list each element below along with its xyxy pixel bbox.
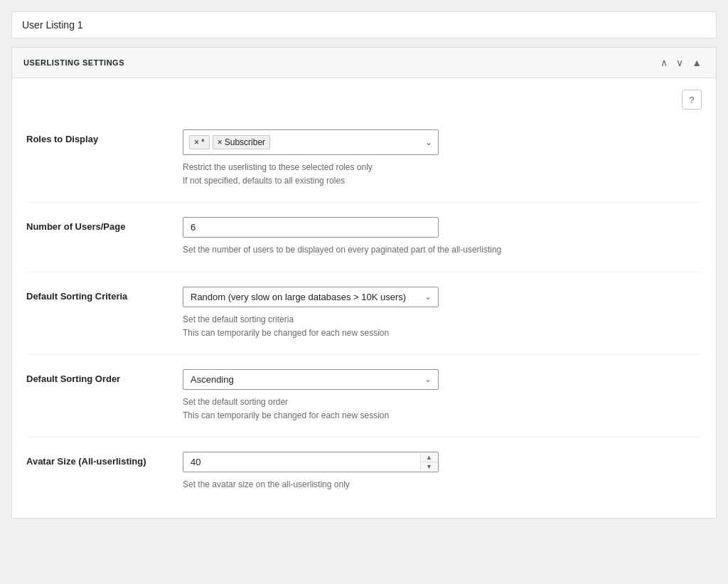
users-per-page-description: Set the number of users to be displayed … xyxy=(183,243,702,257)
sorting-criteria-control: Random (very slow on large databases > 1… xyxy=(183,287,702,340)
sorting-criteria-desc-line1: Set the default sorting criteria xyxy=(183,313,702,326)
sorting-order-desc-line2: This can temporarily be changed for each… xyxy=(183,409,702,423)
panel-collapse-button[interactable]: ▲ xyxy=(689,56,705,69)
users-per-page-input[interactable] xyxy=(183,217,439,238)
sorting-order-desc-line1: Set the default sorting order xyxy=(183,395,702,409)
sorting-order-select[interactable]: Ascending Descending xyxy=(183,369,439,390)
question-mark-icon: ? xyxy=(689,95,694,105)
setting-row-avatar-size: Avatar Size (All-userlisting) ▲ ▼ Set th… xyxy=(26,437,702,506)
avatar-size-desc-line1: Set the avatar size on the all-userlisti… xyxy=(183,478,702,492)
panel-header: USERLISTING SETTINGS ∧ ∨ ▲ xyxy=(12,48,716,78)
settings-panel: USERLISTING SETTINGS ∧ ∨ ▲ ? Roles to Di… xyxy=(11,47,717,519)
setting-row-sorting-criteria: Default Sorting Criteria Random (very sl… xyxy=(26,272,702,355)
page-title: User Listing 1 xyxy=(22,19,83,31)
title-bar: User Listing 1 xyxy=(11,11,717,38)
sorting-criteria-description: Set the default sorting criteria This ca… xyxy=(183,313,702,340)
panel-down-button[interactable]: ∨ xyxy=(673,56,686,69)
sorting-order-select-container: Ascending Descending ⌄ xyxy=(183,369,439,390)
users-per-page-label: Number of Users/Page xyxy=(26,217,183,232)
tag-star: × * xyxy=(189,135,210,149)
setting-row-users-per-page: Number of Users/Page Set the number of u… xyxy=(26,203,702,272)
multiselect-chevron-down-icon: ⌄ xyxy=(425,137,432,147)
roles-tags: × * × Subscriber xyxy=(189,135,419,149)
roles-control: × * × Subscriber ⌄ Restrict the userlist… xyxy=(183,129,702,188)
help-button[interactable]: ? xyxy=(682,90,702,110)
avatar-size-description: Set the avatar size on the all-userlisti… xyxy=(183,478,702,492)
sorting-order-control: Ascending Descending ⌄ Set the default s… xyxy=(183,369,702,423)
tag-star-remove[interactable]: × xyxy=(194,137,199,147)
avatar-size-increment-button[interactable]: ▲ xyxy=(421,453,437,462)
roles-desc-line1: Restrict the userlisting to these select… xyxy=(183,161,702,174)
avatar-size-label: Avatar Size (All-userlisting) xyxy=(26,452,183,467)
tag-subscriber-remove[interactable]: × xyxy=(218,137,223,147)
page-wrapper: User Listing 1 USERLISTING SETTINGS ∧ ∨ … xyxy=(11,11,717,519)
users-per-page-control: Set the number of users to be displayed … xyxy=(183,217,702,257)
avatar-size-spinners: ▲ ▼ xyxy=(420,453,437,471)
panel-controls: ∧ ∨ ▲ xyxy=(658,56,705,69)
tag-subscriber: × Subscriber xyxy=(213,135,270,149)
tag-subscriber-text: Subscriber xyxy=(225,137,265,147)
sorting-criteria-label: Default Sorting Criteria xyxy=(26,287,183,302)
sorting-criteria-select[interactable]: Random (very slow on large databases > 1… xyxy=(183,287,439,307)
avatar-size-input-container: ▲ ▼ xyxy=(183,452,439,472)
sorting-criteria-desc-line2: This can temporarily be changed for each… xyxy=(183,326,702,340)
sorting-order-description: Set the default sorting order This can t… xyxy=(183,395,702,423)
sorting-order-label: Default Sorting Order xyxy=(26,369,183,384)
setting-row-sorting-order: Default Sorting Order Ascending Descendi… xyxy=(26,355,702,437)
panel-up-button[interactable]: ∧ xyxy=(658,56,670,69)
roles-label: Roles to Display xyxy=(26,129,183,144)
roles-description: Restrict the userlisting to these select… xyxy=(183,161,702,188)
roles-desc-line2: If not specified, defaults to all existi… xyxy=(183,174,702,188)
roles-multiselect[interactable]: × * × Subscriber ⌄ xyxy=(183,129,439,155)
users-per-page-desc-line1: Set the number of users to be displayed … xyxy=(183,243,702,257)
avatar-size-decrement-button[interactable]: ▼ xyxy=(421,462,437,471)
setting-row-roles: Roles to Display × * × Subscriber xyxy=(26,115,702,203)
avatar-size-input[interactable] xyxy=(183,452,439,472)
panel-title: USERLISTING SETTINGS xyxy=(23,58,124,67)
help-icon-container: ? xyxy=(26,90,702,110)
sorting-criteria-select-container: Random (very slow on large databases > 1… xyxy=(183,287,439,307)
avatar-size-control: ▲ ▼ Set the avatar size on the all-userl… xyxy=(183,452,702,492)
panel-body: ? Roles to Display × * × xyxy=(12,78,716,518)
tag-star-text: * xyxy=(201,137,205,147)
